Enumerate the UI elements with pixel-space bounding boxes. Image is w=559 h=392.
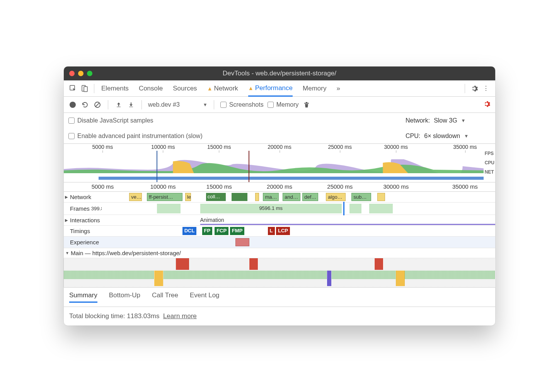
network-request-block[interactable]: coll… [206, 193, 226, 201]
network-request-block[interactable]: algo… [326, 193, 346, 201]
flame-chart[interactable] [64, 258, 495, 288]
svg-rect-2 [84, 87, 87, 92]
device-toggle-icon[interactable] [80, 84, 89, 93]
lane-timings[interactable]: Timings DCLFPFCPFMPLLCP [64, 226, 495, 237]
divider [94, 84, 94, 93]
learn-more-link[interactable]: Learn more [163, 312, 197, 320]
lane-interactions[interactable]: ▶ Interactions Animation [64, 215, 495, 226]
titlebar[interactable]: DevTools - web.dev/persistent-storage/ [64, 66, 495, 80]
network-request-block[interactable]: def… [302, 193, 318, 201]
network-request-block[interactable]: ff-persist… [147, 193, 182, 201]
window-title: DevTools - web.dev/persistent-storage/ [64, 70, 495, 77]
warning-icon: ▲ [248, 85, 254, 91]
save-profile-icon[interactable] [127, 101, 135, 109]
overview-ticks: 5000 ms10000 ms15000 ms20000 ms25000 ms3… [64, 144, 495, 151]
perf-toolbar: web.dev #3 ▼ Screenshots Memory [64, 97, 495, 113]
cpu-throttle-select[interactable]: CPU: 6× slowdown ▼ [406, 133, 491, 140]
option-row-1: Disable JavaScript samples Network: Slow… [64, 113, 495, 128]
screenshots-checkbox[interactable]: Screenshots [220, 101, 264, 108]
chevron-down-icon: ▼ [464, 133, 469, 139]
warning-icon: ▲ [207, 85, 213, 92]
disable-js-checkbox[interactable]: Disable JavaScript samples [68, 117, 153, 124]
lane-experience[interactable]: Experience [64, 237, 495, 248]
more-icon[interactable]: ⋮ [481, 84, 491, 93]
load-profile-icon[interactable] [114, 101, 123, 109]
cpu-chart [64, 159, 484, 173]
tab-event-log[interactable]: Event Log [190, 291, 220, 303]
current-time-marker[interactable] [343, 202, 344, 215]
enable-paint-checkbox[interactable]: Enable advanced paint instrumentation (s… [68, 133, 203, 140]
tab-performance[interactable]: ▲Performance [248, 81, 293, 97]
recording-select[interactable]: web.dev #3 ▼ [148, 101, 208, 108]
timing-marker-fcp[interactable]: FCP [215, 227, 228, 235]
divider [214, 100, 214, 109]
experience-block[interactable] [235, 238, 249, 246]
network-request-block[interactable] [255, 193, 259, 201]
disclosure-icon[interactable]: ▶ [65, 195, 68, 199]
divider [141, 100, 142, 109]
timing-marker-fmp[interactable]: FMP [230, 227, 244, 235]
tab-memory[interactable]: Memory [303, 81, 326, 96]
record-button[interactable] [68, 101, 77, 109]
main-tabbar: Elements Console Sources ▲Network ▲Perfo… [64, 80, 495, 97]
animation-label: Animation [200, 217, 224, 223]
detail-tabs: Summary Bottom-Up Call Tree Event Log [64, 288, 495, 307]
settings-icon[interactable] [470, 84, 479, 93]
timing-marker-dcl[interactable]: DCL [182, 227, 197, 235]
tab-summary[interactable]: Summary [69, 291, 97, 303]
chevron-down-icon: ▼ [203, 102, 208, 107]
lane-main-header[interactable]: ▼ Main — https://web.dev/persistent-stor… [64, 248, 495, 258]
timing-marker-l[interactable]: L [268, 227, 275, 235]
disclosure-icon[interactable]: ▶ [65, 218, 68, 222]
lane-frames[interactable]: Frames399.8 ms 9596.1 ms [64, 203, 495, 215]
trash-icon[interactable] [302, 101, 311, 109]
divider [465, 84, 465, 93]
frame-block[interactable]: 9596.1 ms [200, 204, 342, 213]
network-throttle-select[interactable]: Network: Slow 3G ▼ [406, 117, 491, 124]
timing-marker-fp[interactable]: FP [202, 227, 213, 235]
network-request-block[interactable] [232, 193, 247, 201]
timeline-ruler[interactable]: 5000 ms10000 ms15000 ms20000 ms25000 ms3… [64, 182, 495, 192]
tab-bottom-up[interactable]: Bottom-Up [109, 291, 140, 303]
divider [108, 100, 108, 109]
tab-call-tree[interactable]: Call Tree [152, 291, 178, 303]
tab-console[interactable]: Console [139, 81, 163, 96]
tabs-overflow[interactable]: » [336, 81, 340, 96]
chevron-down-icon: ▼ [461, 118, 466, 123]
zoom-icon[interactable] [87, 71, 92, 76]
tab-network[interactable]: ▲Network [207, 81, 238, 96]
memory-checkbox[interactable]: Memory [268, 101, 299, 108]
devtools-window: DevTools - web.dev/persistent-storage/ E… [64, 66, 495, 326]
overview-pane[interactable]: 5000 ms10000 ms15000 ms20000 ms25000 ms3… [64, 144, 495, 182]
disclosure-icon[interactable]: ▼ [65, 251, 69, 255]
traffic-lights [64, 71, 92, 76]
minimize-icon[interactable] [78, 71, 84, 76]
lane-network[interactable]: ▶ Network ve…ff-persist…lecoll…ma…and…de… [64, 192, 495, 203]
network-request-block[interactable]: sub… [351, 193, 371, 201]
clear-icon[interactable] [93, 101, 102, 109]
network-request-block[interactable] [377, 193, 385, 201]
summary-footer: Total blocking time: 1183.03ms Learn mor… [64, 307, 495, 326]
close-icon[interactable] [69, 71, 75, 76]
overview-selection[interactable] [157, 151, 249, 182]
inspect-element-icon[interactable] [68, 84, 78, 93]
network-request-block[interactable]: le [185, 193, 191, 201]
option-row-2: Enable advanced paint instrumentation (s… [64, 128, 495, 144]
network-request-block[interactable]: ma… [263, 193, 279, 201]
capture-settings-icon[interactable] [483, 100, 491, 109]
overview-side-labels: FPS CPU NET [485, 151, 494, 175]
main-tabs: Elements Console Sources ▲Network ▲Perfo… [101, 81, 340, 96]
network-request-block[interactable]: ve… [129, 193, 142, 201]
reload-icon[interactable] [81, 101, 89, 109]
tab-elements[interactable]: Elements [101, 81, 129, 96]
timing-marker-lcp[interactable]: LCP [276, 227, 290, 235]
network-request-block[interactable]: and… [283, 193, 300, 201]
tab-sources[interactable]: Sources [173, 81, 197, 96]
